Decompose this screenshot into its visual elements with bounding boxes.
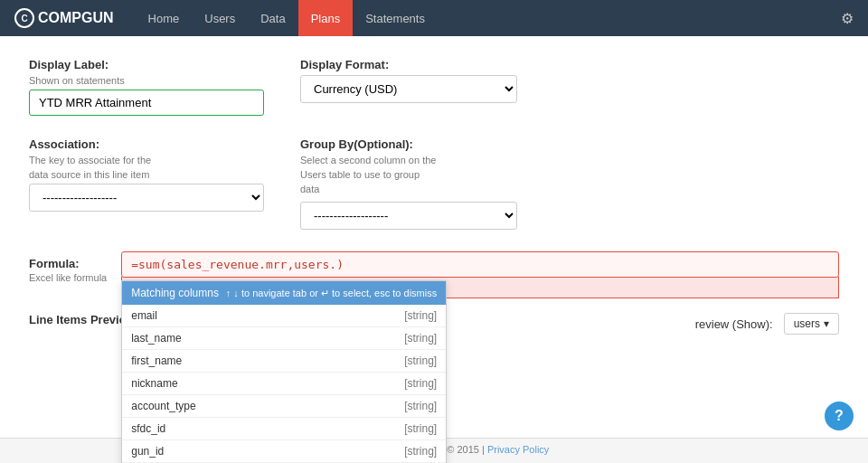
autocomplete-item[interactable]: nickname[string]: [122, 373, 446, 395]
nav-links: Home Users Data Plans Statements: [136, 0, 841, 36]
formula-sublabel: Excel like formula: [29, 272, 107, 283]
group-by-sub1: Select a second column on the: [300, 155, 517, 165]
row-assoc: Association: The key to associate for th…: [29, 137, 839, 230]
association-label: Association:: [29, 137, 264, 151]
formula-input-col: Matching columns ↑ ↓ to navigate tab or …: [121, 251, 839, 298]
group-by-label: Group By(Optional):: [300, 137, 517, 151]
autocomplete-item[interactable]: last_name[string]: [122, 327, 446, 350]
navbar: C COMPGUN Home Users Data Plans Statemen…: [0, 0, 868, 36]
logo: C COMPGUN: [14, 8, 114, 28]
main-content: Display Label: Shown on statements Displ…: [0, 36, 868, 438]
line-items-review-label: review (Show):: [695, 317, 773, 331]
autocomplete-header: Matching columns ↑ ↓ to navigate tab or …: [122, 281, 446, 305]
display-format-label: Display Format:: [300, 58, 517, 71]
display-label-input[interactable]: [29, 90, 264, 116]
line-items-right: review (Show): users ▾: [695, 313, 839, 335]
help-button[interactable]: ?: [825, 402, 854, 430]
dropdown-arrow-icon: ▾: [824, 317, 829, 330]
gear-icon[interactable]: ⚙: [841, 10, 854, 27]
users-label: users: [794, 317, 820, 330]
autocomplete-title: Matching columns: [131, 287, 219, 299]
autocomplete-item[interactable]: account_type[string]: [122, 395, 446, 418]
association-sub1: The key to associate for the: [29, 155, 264, 165]
group-by-sub3: data: [300, 184, 517, 194]
formula-label-col: Formula: Excel like formula: [29, 251, 107, 284]
display-format-select[interactable]: Currency (USD) Percentage Number: [300, 75, 517, 103]
formula-section: Formula: Excel like formula Matching col…: [29, 251, 839, 298]
formula-label: Formula:: [29, 257, 80, 270]
footer-privacy[interactable]: Privacy Policy: [487, 444, 549, 455]
row-display: Display Label: Shown on statements Displ…: [29, 58, 839, 116]
display-label-sublabel: Shown on statements: [29, 75, 264, 86]
nav-users[interactable]: Users: [192, 0, 248, 36]
autocomplete-hint: ↑ ↓ to navigate tab or ↵ to select, esc …: [226, 288, 437, 299]
display-label-label: Display Label:: [29, 58, 264, 71]
display-format-group: Display Format: Currency (USD) Percentag…: [300, 58, 517, 103]
group-by-sub2: Users table to use to group: [300, 169, 517, 180]
logo-text: COMPGUN: [38, 10, 114, 26]
autocomplete-item[interactable]: email[string]: [122, 305, 446, 327]
nav-home[interactable]: Home: [136, 0, 193, 36]
group-by-select[interactable]: -------------------: [300, 202, 517, 230]
nav-plans[interactable]: Plans: [298, 0, 354, 36]
autocomplete-dropdown: Matching columns ↑ ↓ to navigate tab or …: [121, 280, 447, 463]
line-items-label: Line Items Preview: [29, 313, 135, 326]
formula-row: Formula: Excel like formula Matching col…: [29, 251, 839, 298]
group-by-group: Group By(Optional): Select a second colu…: [300, 137, 517, 230]
display-label-group: Display Label: Shown on statements: [29, 58, 264, 116]
autocomplete-list: email[string]last_name[string]first_name…: [122, 305, 446, 463]
association-group: Association: The key to associate for th…: [29, 137, 264, 212]
formula-input[interactable]: [121, 251, 839, 278]
logo-icon: C: [14, 8, 34, 28]
association-sub2: data source in this line item: [29, 169, 264, 180]
autocomplete-item[interactable]: sfdc_id[string]: [122, 418, 446, 440]
nav-statements[interactable]: Statements: [353, 0, 438, 36]
autocomplete-item[interactable]: gun_id[string]: [122, 440, 446, 463]
autocomplete-item[interactable]: first_name[string]: [122, 350, 446, 373]
association-select[interactable]: -------------------: [29, 184, 264, 212]
nav-data[interactable]: Data: [248, 0, 297, 36]
users-dropdown-btn[interactable]: users ▾: [784, 313, 839, 335]
